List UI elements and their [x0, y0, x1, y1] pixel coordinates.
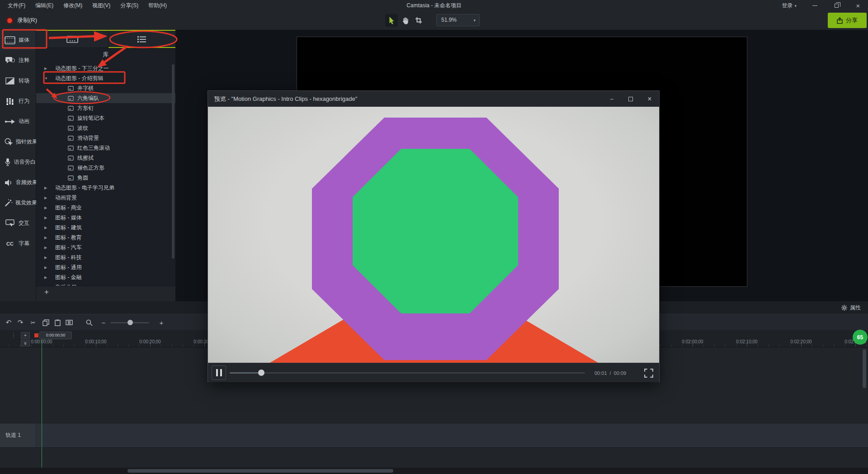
- tree-item-label: 图标 - 通用: [55, 264, 82, 271]
- library-tree-item[interactable]: ▶音乐曲目: [36, 282, 175, 286]
- library-tree-item[interactable]: ▶图标 - 金融: [36, 272, 175, 282]
- zoom-out-button[interactable]: −: [99, 318, 108, 327]
- library-tree-item[interactable]: ▼动态图形 - 介绍剪辑: [36, 73, 175, 83]
- sidebar-item-voice-narration[interactable]: 语音旁白: [0, 152, 36, 172]
- animation-arrow-icon: [4, 119, 16, 124]
- library-tree-item[interactable]: 线擦拭: [36, 153, 175, 163]
- minimize-button[interactable]: [805, 0, 825, 11]
- cut-button[interactable]: ✂: [28, 318, 38, 327]
- sidebar-item-visual-effects[interactable]: 视觉效果: [0, 193, 36, 213]
- library-tree-item[interactable]: ▶图标 - 汽车: [36, 242, 175, 252]
- timeline-horizontal-scrollbar[interactable]: [0, 468, 868, 474]
- sidebar-item-transitions[interactable]: 转场: [0, 71, 36, 91]
- library-tree-item[interactable]: ▶图标 - 通用: [36, 262, 175, 272]
- paste-button[interactable]: [52, 318, 62, 327]
- library-tree-item[interactable]: ▶图标 - 媒体: [36, 213, 175, 223]
- library-tree-item[interactable]: ▶动态图形 - 下三分之一: [36, 63, 175, 73]
- library-tree-item[interactable]: 波纹: [36, 123, 175, 133]
- chevron-right-icon[interactable]: ▶: [44, 66, 49, 71]
- chevron-right-icon[interactable]: ▶: [44, 206, 49, 210]
- library-scrollbar[interactable]: [172, 64, 175, 259]
- preview-close-button[interactable]: ×: [640, 91, 659, 107]
- library-tree-item[interactable]: 角圆: [36, 173, 175, 183]
- redo-button[interactable]: ↷: [15, 318, 25, 327]
- library-tree-item[interactable]: ▶图标 - 科技: [36, 252, 175, 262]
- tree-item-label: 红色三角滚动: [77, 144, 110, 152]
- library-tree-item[interactable]: 滑动背景: [36, 133, 175, 143]
- clip-icon: [68, 156, 74, 161]
- chevron-right-icon[interactable]: ▶: [44, 275, 49, 280]
- share-button[interactable]: 分享: [828, 13, 867, 28]
- track-lane[interactable]: [35, 423, 868, 448]
- pan-tool-button[interactable]: [399, 14, 411, 27]
- track-row[interactable]: 轨道 1: [0, 423, 868, 448]
- sidebar-item-interactivity[interactable]: 交互: [0, 213, 36, 233]
- preview-titlebar[interactable]: 预览 - "Motion Graphics - Intro Clips - he…: [208, 91, 659, 107]
- seek-slider[interactable]: [230, 372, 585, 374]
- crop-tool-button[interactable]: [412, 14, 425, 27]
- library-tree-item[interactable]: 方形钉: [36, 103, 175, 113]
- playhead-handle[interactable]: [34, 333, 38, 337]
- playhead-line[interactable]: [42, 337, 42, 468]
- scrollbar-thumb[interactable]: [127, 469, 393, 473]
- restore-button[interactable]: [826, 0, 846, 11]
- properties-button[interactable]: 属性: [841, 303, 861, 312]
- chevron-right-icon[interactable]: ▶: [44, 256, 49, 260]
- chevron-right-icon[interactable]: ▶: [44, 246, 49, 250]
- track-grow-button[interactable]: +: [21, 332, 30, 339]
- tab-library[interactable]: [108, 31, 175, 47]
- close-button[interactable]: ×: [848, 0, 868, 11]
- sidebar-item-audio-effects[interactable]: 音频效果: [0, 172, 36, 193]
- seek-slider-thumb[interactable]: [258, 370, 264, 376]
- select-tool-button[interactable]: [385, 14, 398, 27]
- login-button[interactable]: 登录▾: [782, 0, 797, 11]
- chevron-right-icon[interactable]: ▶: [44, 196, 49, 200]
- preview-title: 预览 - "Motion Graphics - Intro Clips - he…: [214, 91, 357, 107]
- split-button[interactable]: [64, 318, 74, 327]
- library-tree-item[interactable]: ▶动画背景: [36, 193, 175, 203]
- sidebar-item-label: 交互: [19, 219, 29, 227]
- sidebar-item-captions[interactable]: CC字幕: [0, 233, 36, 254]
- track-controls-handle[interactable]: ⋮: [11, 333, 16, 337]
- library-tree-item[interactable]: 红色三角滚动: [36, 143, 175, 153]
- chevron-right-icon[interactable]: ▶: [44, 216, 49, 220]
- chevron-down-icon[interactable]: ▼: [44, 76, 49, 81]
- track-shrink-button[interactable]: ∨: [21, 340, 30, 346]
- library-tree-item[interactable]: 井字棋: [36, 83, 175, 93]
- pause-button[interactable]: [212, 365, 226, 380]
- library-tree-item[interactable]: 褪色正方形: [36, 163, 175, 173]
- sidebar-item-label: 动画: [19, 118, 29, 125]
- tab-media-bin[interactable]: [36, 31, 108, 47]
- library-tree-item[interactable]: ▶动态图形 - 电子学习兄弟: [36, 183, 175, 193]
- library-tree-item[interactable]: ▶图标 - 商业: [36, 203, 175, 213]
- sidebar-item-animations[interactable]: 动画: [0, 111, 36, 132]
- zoom-level-dropdown[interactable]: 51.9% ▾: [436, 14, 480, 26]
- sidebar-item-media[interactable]: 媒体: [0, 30, 36, 50]
- sidebar-item-annotations[interactable]: a注释: [0, 50, 36, 71]
- preview-maximize-button[interactable]: [621, 91, 640, 107]
- preview-window: 预览 - "Motion Graphics - Intro Clips - he…: [208, 90, 660, 382]
- chevron-right-icon[interactable]: ▶: [44, 236, 49, 240]
- copy-button[interactable]: [41, 318, 51, 327]
- ruler-time-label: 0:02:10;00: [736, 339, 757, 344]
- split-icon: [66, 319, 73, 326]
- wand-icon: [4, 199, 13, 207]
- tracks-vertical-scrollbar[interactable]: [863, 349, 866, 388]
- sidebar-item-behaviors[interactable]: 行为: [0, 91, 36, 111]
- chevron-right-icon[interactable]: ▶: [44, 265, 49, 270]
- zoom-in-button[interactable]: +: [156, 318, 166, 327]
- library-tree-item[interactable]: ▶图标 - 建筑: [36, 223, 175, 232]
- undo-button[interactable]: ↶: [4, 318, 14, 327]
- timeline-zoom-thumb[interactable]: [127, 320, 133, 325]
- library-tree-item[interactable]: 旋转笔记本: [36, 113, 175, 123]
- add-to-library-button[interactable]: +: [42, 287, 52, 297]
- chevron-right-icon[interactable]: ▶: [44, 186, 49, 190]
- library-tree-item[interactable]: 六角编队: [36, 93, 175, 103]
- fullscreen-button[interactable]: [644, 369, 653, 378]
- sidebar-item-cursor-effects[interactable]: 指针效果: [0, 132, 36, 152]
- chevron-right-icon[interactable]: ▶: [44, 226, 49, 230]
- track-header[interactable]: 轨道 1: [0, 423, 35, 448]
- preview-minimize-button[interactable]: −: [602, 91, 621, 107]
- library-tree-item[interactable]: ▶图标 - 教育: [36, 232, 175, 242]
- record-button[interactable]: 录制(R): [4, 14, 40, 27]
